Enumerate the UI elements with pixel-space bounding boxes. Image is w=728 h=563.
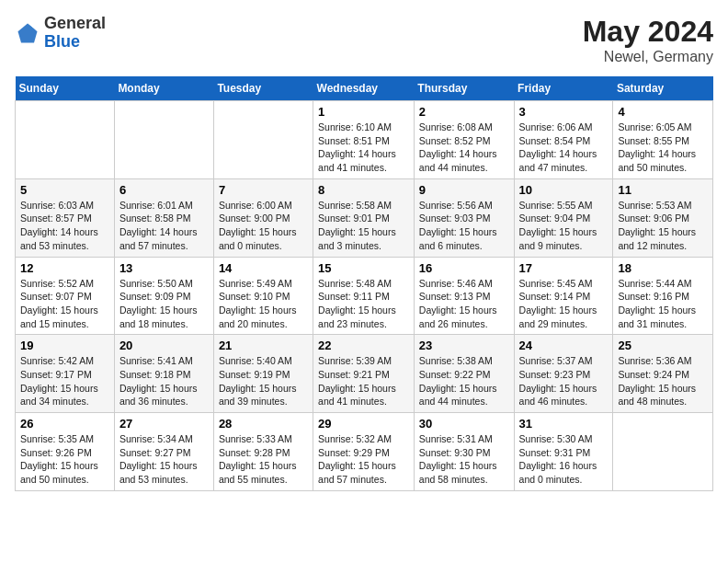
day-number: 23 (419, 339, 509, 352)
calendar-cell: 25Sunrise: 5:36 AM Sunset: 9:24 PM Dayli… (613, 335, 713, 413)
day-number: 5 (20, 183, 109, 197)
logo-general-text: General (44, 14, 106, 32)
calendar-cell: 19Sunrise: 5:42 AM Sunset: 9:17 PM Dayli… (16, 335, 115, 413)
day-info: Sunrise: 5:33 AM Sunset: 9:28 PM Dayligh… (219, 432, 308, 487)
weekday-header-row: SundayMondayTuesdayWednesdayThursdayFrid… (16, 76, 713, 101)
calendar-cell: 24Sunrise: 5:37 AM Sunset: 9:23 PM Dayli… (514, 335, 613, 413)
page-header: General Blue May 2024 Newel, Germany (15, 15, 713, 65)
day-info: Sunrise: 6:10 AM Sunset: 8:51 PM Dayligh… (318, 121, 409, 175)
day-info: Sunrise: 5:39 AM Sunset: 9:21 PM Dayligh… (318, 354, 409, 408)
day-info: Sunrise: 5:36 AM Sunset: 9:24 PM Dayligh… (618, 354, 708, 408)
calendar-body: 1Sunrise: 6:10 AM Sunset: 8:51 PM Daylig… (16, 101, 713, 491)
day-number: 1 (318, 105, 409, 119)
logo-icon (15, 20, 40, 46)
calendar-cell: 21Sunrise: 5:40 AM Sunset: 9:19 PM Dayli… (213, 335, 313, 413)
calendar-cell: 6Sunrise: 6:01 AM Sunset: 8:58 PM Daylig… (114, 178, 213, 257)
day-number: 13 (119, 261, 209, 275)
calendar-cell: 12Sunrise: 5:52 AM Sunset: 9:07 PM Dayli… (16, 257, 115, 335)
calendar-cell: 14Sunrise: 5:49 AM Sunset: 9:10 PM Dayli… (213, 257, 313, 335)
calendar-cell: 28Sunrise: 5:33 AM Sunset: 9:28 PM Dayli… (213, 413, 313, 491)
day-number: 25 (618, 339, 708, 352)
day-number: 28 (219, 417, 308, 431)
day-info: Sunrise: 5:45 AM Sunset: 9:14 PM Dayligh… (519, 277, 609, 331)
day-number: 21 (219, 339, 308, 352)
day-number: 12 (20, 261, 109, 275)
calendar-cell: 30Sunrise: 5:31 AM Sunset: 9:30 PM Dayli… (414, 413, 514, 491)
calendar-cell (16, 101, 115, 179)
day-info: Sunrise: 5:38 AM Sunset: 9:22 PM Dayligh… (419, 354, 509, 408)
title-block: May 2024 Newel, Germany (583, 15, 713, 65)
calendar-cell: 13Sunrise: 5:50 AM Sunset: 9:09 PM Dayli… (114, 257, 213, 335)
calendar-cell: 10Sunrise: 5:55 AM Sunset: 9:04 PM Dayli… (514, 178, 613, 257)
day-info: Sunrise: 5:37 AM Sunset: 9:23 PM Dayligh… (519, 354, 609, 408)
day-number: 27 (119, 417, 209, 431)
day-info: Sunrise: 5:58 AM Sunset: 9:01 PM Dayligh… (318, 199, 409, 253)
day-number: 17 (519, 261, 609, 275)
weekday-header-cell: Sunday (16, 76, 115, 101)
day-number: 8 (318, 183, 409, 197)
day-number: 3 (519, 105, 609, 119)
day-number: 30 (419, 417, 509, 431)
calendar-cell: 16Sunrise: 5:46 AM Sunset: 9:13 PM Dayli… (414, 257, 514, 335)
day-number: 4 (618, 105, 708, 119)
day-info: Sunrise: 5:41 AM Sunset: 9:18 PM Dayligh… (119, 354, 209, 408)
day-number: 14 (219, 261, 308, 275)
day-number: 20 (119, 339, 209, 352)
day-number: 19 (20, 339, 109, 352)
calendar-cell: 3Sunrise: 6:06 AM Sunset: 8:54 PM Daylig… (514, 101, 613, 179)
day-info: Sunrise: 5:35 AM Sunset: 9:26 PM Dayligh… (20, 432, 109, 487)
day-info: Sunrise: 5:52 AM Sunset: 9:07 PM Dayligh… (20, 277, 109, 331)
calendar-cell: 26Sunrise: 5:35 AM Sunset: 9:26 PM Dayli… (16, 413, 115, 491)
day-info: Sunrise: 6:08 AM Sunset: 8:52 PM Dayligh… (419, 121, 509, 175)
day-info: Sunrise: 5:31 AM Sunset: 9:30 PM Dayligh… (419, 432, 509, 487)
day-number: 9 (419, 183, 509, 197)
day-info: Sunrise: 5:50 AM Sunset: 9:09 PM Dayligh… (119, 277, 209, 331)
day-number: 11 (618, 183, 708, 197)
calendar-cell: 7Sunrise: 6:00 AM Sunset: 9:00 PM Daylig… (213, 178, 313, 257)
day-info: Sunrise: 5:32 AM Sunset: 9:29 PM Dayligh… (318, 432, 409, 487)
calendar-cell: 5Sunrise: 6:03 AM Sunset: 8:57 PM Daylig… (16, 178, 115, 257)
calendar-cell: 20Sunrise: 5:41 AM Sunset: 9:18 PM Dayli… (114, 335, 213, 413)
calendar-cell: 15Sunrise: 5:48 AM Sunset: 9:11 PM Dayli… (313, 257, 415, 335)
month-title: May 2024 (583, 15, 713, 49)
day-number: 31 (519, 417, 609, 431)
calendar-cell (213, 101, 313, 179)
calendar-cell: 17Sunrise: 5:45 AM Sunset: 9:14 PM Dayli… (514, 257, 613, 335)
svg-marker-0 (18, 23, 38, 42)
day-info: Sunrise: 5:49 AM Sunset: 9:10 PM Dayligh… (219, 277, 308, 331)
day-number: 15 (318, 261, 409, 275)
day-info: Sunrise: 5:55 AM Sunset: 9:04 PM Dayligh… (519, 199, 609, 253)
calendar-week-row: 5Sunrise: 6:03 AM Sunset: 8:57 PM Daylig… (16, 178, 713, 257)
calendar-cell: 9Sunrise: 5:56 AM Sunset: 9:03 PM Daylig… (414, 178, 514, 257)
day-info: Sunrise: 5:34 AM Sunset: 9:27 PM Dayligh… (119, 432, 209, 487)
day-info: Sunrise: 5:46 AM Sunset: 9:13 PM Dayligh… (419, 277, 509, 331)
calendar-cell: 2Sunrise: 6:08 AM Sunset: 8:52 PM Daylig… (414, 101, 514, 179)
day-number: 29 (318, 417, 409, 431)
day-info: Sunrise: 5:30 AM Sunset: 9:31 PM Dayligh… (519, 432, 609, 487)
day-number: 7 (219, 183, 308, 197)
day-info: Sunrise: 5:40 AM Sunset: 9:19 PM Dayligh… (219, 354, 308, 408)
day-info: Sunrise: 5:44 AM Sunset: 9:16 PM Dayligh… (618, 277, 708, 331)
weekday-header-cell: Friday (514, 76, 613, 101)
day-info: Sunrise: 6:05 AM Sunset: 8:55 PM Dayligh… (618, 121, 708, 175)
weekday-header-cell: Wednesday (313, 76, 415, 101)
weekday-header-cell: Thursday (414, 76, 514, 101)
day-number: 22 (318, 339, 409, 352)
logo: General Blue (15, 15, 106, 52)
weekday-header-cell: Tuesday (213, 76, 313, 101)
day-number: 6 (119, 183, 209, 197)
calendar-cell: 23Sunrise: 5:38 AM Sunset: 9:22 PM Dayli… (414, 335, 514, 413)
calendar-cell (613, 413, 713, 491)
calendar-cell (114, 101, 213, 179)
day-info: Sunrise: 5:48 AM Sunset: 9:11 PM Dayligh… (318, 277, 409, 331)
calendar-cell: 1Sunrise: 6:10 AM Sunset: 8:51 PM Daylig… (313, 101, 415, 179)
calendar-week-row: 1Sunrise: 6:10 AM Sunset: 8:51 PM Daylig… (16, 101, 713, 179)
calendar-week-row: 19Sunrise: 5:42 AM Sunset: 9:17 PM Dayli… (16, 335, 713, 413)
day-number: 18 (618, 261, 708, 275)
calendar-table: SundayMondayTuesdayWednesdayThursdayFrid… (15, 76, 713, 491)
day-info: Sunrise: 6:01 AM Sunset: 8:58 PM Dayligh… (119, 199, 209, 253)
logo-blue-text: Blue (44, 32, 80, 51)
calendar-week-row: 12Sunrise: 5:52 AM Sunset: 9:07 PM Dayli… (16, 257, 713, 335)
calendar-cell: 22Sunrise: 5:39 AM Sunset: 9:21 PM Dayli… (313, 335, 415, 413)
calendar-cell: 11Sunrise: 5:53 AM Sunset: 9:06 PM Dayli… (613, 178, 713, 257)
